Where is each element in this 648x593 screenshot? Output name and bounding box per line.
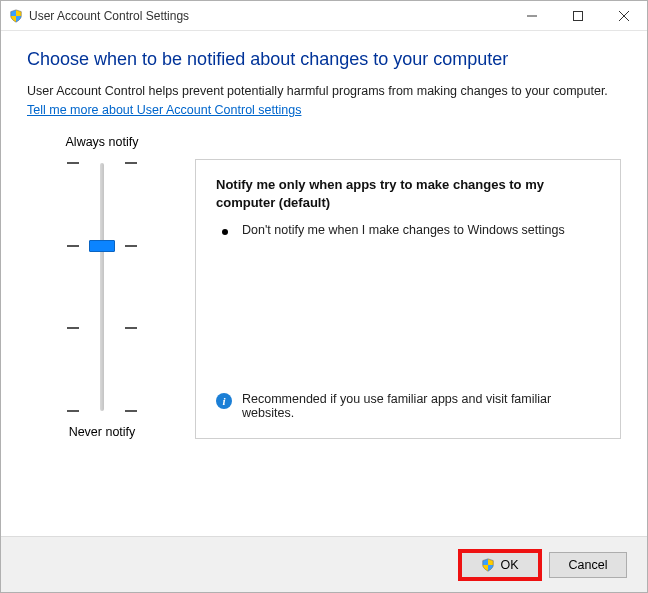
notification-detail-box: Notify me only when apps try to make cha… [195,159,621,439]
detail-bullet-row: Don't notify me when I make changes to W… [216,223,600,237]
learn-more-link[interactable]: Tell me more about User Account Control … [27,103,301,117]
shield-icon [9,9,23,23]
detail-bullet-text: Don't notify me when I make changes to W… [242,223,565,237]
svg-rect-1 [574,11,583,20]
detail-spacer [216,247,600,392]
slider-top-label: Always notify [27,135,177,149]
close-button[interactable] [601,1,647,30]
bullet-icon [222,229,228,235]
recommend-text: Recommended if you use familiar apps and… [242,392,600,420]
cancel-button[interactable]: Cancel [549,552,627,578]
maximize-button[interactable] [555,1,601,30]
slider-thumb[interactable] [89,240,115,252]
slider-bottom-label: Never notify [27,425,177,439]
cancel-button-label: Cancel [569,558,608,572]
slider-notch-2 [67,322,137,334]
ok-button-label: OK [500,558,518,572]
titlebar-title-group: User Account Control Settings [9,9,509,23]
ok-button[interactable]: OK [461,552,539,578]
window-controls [509,1,647,30]
slider-notch-4 [67,157,137,169]
uac-settings-window: User Account Control Settings Choose whe… [0,0,648,593]
titlebar: User Account Control Settings [1,1,647,31]
page-subtext: User Account Control helps prevent poten… [27,84,621,98]
slider-notch-1 [67,405,137,417]
window-title: User Account Control Settings [29,9,189,23]
page-heading: Choose when to be notified about changes… [27,49,621,70]
uac-slider[interactable] [67,157,137,417]
slider-column: Always notify Never notify [27,135,177,439]
minimize-button[interactable] [509,1,555,30]
content-area: Choose when to be notified about changes… [1,31,647,536]
recommend-row: i Recommended if you use familiar apps a… [216,392,600,420]
button-bar: OK Cancel [1,536,647,592]
slider-track [100,163,104,411]
body-row: Always notify Never notify Notify me onl… [27,135,621,439]
info-icon: i [216,393,232,409]
shield-icon [481,558,495,572]
detail-title: Notify me only when apps try to make cha… [216,176,600,211]
